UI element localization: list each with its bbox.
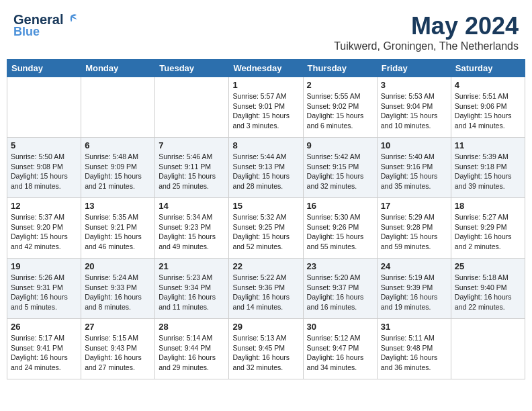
- day-cell-8: 8Sunrise: 5:44 AM Sunset: 9:13 PM Daylig…: [229, 138, 303, 198]
- day-cell-16: 16Sunrise: 5:30 AM Sunset: 9:26 PM Dayli…: [303, 198, 377, 259]
- day-number: 28: [159, 322, 225, 332]
- day-info: Sunrise: 5:23 AM Sunset: 9:34 PM Dayligh…: [159, 273, 216, 311]
- day-info: Sunrise: 5:24 AM Sunset: 9:33 PM Dayligh…: [85, 273, 142, 311]
- day-cell-14: 14Sunrise: 5:34 AM Sunset: 9:23 PM Dayli…: [155, 198, 229, 259]
- col-header-saturday: Saturday: [451, 60, 525, 77]
- day-info: Sunrise: 5:35 AM Sunset: 9:21 PM Dayligh…: [85, 213, 142, 250]
- day-cell-17: 17Sunrise: 5:29 AM Sunset: 9:28 PM Dayli…: [377, 198, 451, 259]
- day-number: 25: [455, 261, 521, 271]
- day-number: 22: [232, 261, 299, 271]
- month-title: May 2024: [334, 12, 519, 40]
- day-cell-27: 27Sunrise: 5:15 AM Sunset: 9:43 PM Dayli…: [81, 319, 155, 379]
- day-number: 10: [381, 140, 447, 150]
- page-header: General Blue May 2024 Tuikwerd, Groninge…: [7, 7, 525, 55]
- day-cell-25: 25Sunrise: 5:18 AM Sunset: 9:40 PM Dayli…: [451, 259, 525, 319]
- col-header-monday: Monday: [81, 60, 155, 77]
- day-cell-7: 7Sunrise: 5:46 AM Sunset: 9:11 PM Daylig…: [155, 138, 229, 198]
- day-number: 16: [307, 201, 373, 211]
- day-info: Sunrise: 5:26 AM Sunset: 9:31 PM Dayligh…: [11, 273, 68, 311]
- day-info: Sunrise: 5:12 AM Sunset: 9:47 PM Dayligh…: [307, 334, 364, 371]
- logo: General Blue: [13, 12, 79, 39]
- day-number: 1: [232, 80, 299, 90]
- day-info: Sunrise: 5:39 AM Sunset: 9:18 PM Dayligh…: [455, 152, 512, 190]
- day-number: 17: [381, 201, 447, 211]
- day-number: 20: [85, 261, 151, 271]
- col-header-tuesday: Tuesday: [155, 60, 229, 77]
- col-header-wednesday: Wednesday: [229, 60, 303, 77]
- col-header-thursday: Thursday: [303, 60, 377, 77]
- day-number: 23: [307, 261, 373, 271]
- day-cell-23: 23Sunrise: 5:20 AM Sunset: 9:37 PM Dayli…: [303, 259, 377, 319]
- day-info: Sunrise: 5:51 AM Sunset: 9:06 PM Dayligh…: [455, 92, 512, 130]
- day-info: Sunrise: 5:57 AM Sunset: 9:01 PM Dayligh…: [232, 92, 290, 130]
- day-number: 8: [232, 140, 299, 150]
- day-info: Sunrise: 5:40 AM Sunset: 9:16 PM Dayligh…: [381, 152, 438, 190]
- day-number: 4: [455, 80, 521, 90]
- day-number: 11: [455, 140, 521, 150]
- day-number: 13: [85, 201, 151, 211]
- day-cell-30: 30Sunrise: 5:12 AM Sunset: 9:47 PM Dayli…: [303, 319, 377, 379]
- day-info: Sunrise: 5:32 AM Sunset: 9:25 PM Dayligh…: [232, 213, 290, 250]
- day-info: Sunrise: 5:46 AM Sunset: 9:11 PM Dayligh…: [159, 152, 216, 190]
- empty-cell: [81, 77, 155, 138]
- day-cell-22: 22Sunrise: 5:22 AM Sunset: 9:36 PM Dayli…: [229, 259, 303, 319]
- empty-cell: [7, 77, 81, 138]
- day-cell-20: 20Sunrise: 5:24 AM Sunset: 9:33 PM Dayli…: [81, 259, 155, 319]
- day-number: 31: [381, 322, 447, 332]
- day-cell-15: 15Sunrise: 5:32 AM Sunset: 9:25 PM Dayli…: [229, 198, 303, 259]
- day-number: 7: [159, 140, 225, 150]
- logo-bird-icon: [64, 13, 79, 28]
- day-info: Sunrise: 5:37 AM Sunset: 9:20 PM Dayligh…: [11, 213, 68, 250]
- week-row-2: 5Sunrise: 5:50 AM Sunset: 9:08 PM Daylig…: [7, 138, 525, 198]
- day-cell-19: 19Sunrise: 5:26 AM Sunset: 9:31 PM Dayli…: [7, 259, 81, 319]
- day-cell-4: 4Sunrise: 5:51 AM Sunset: 9:06 PM Daylig…: [451, 77, 525, 138]
- empty-cell: [155, 77, 229, 138]
- day-info: Sunrise: 5:17 AM Sunset: 9:41 PM Dayligh…: [11, 334, 68, 371]
- week-row-4: 19Sunrise: 5:26 AM Sunset: 9:31 PM Dayli…: [7, 259, 525, 319]
- col-header-friday: Friday: [377, 60, 451, 77]
- day-info: Sunrise: 5:50 AM Sunset: 9:08 PM Dayligh…: [11, 152, 68, 190]
- day-number: 18: [455, 201, 521, 211]
- day-cell-9: 9Sunrise: 5:42 AM Sunset: 9:15 PM Daylig…: [303, 138, 377, 198]
- day-number: 3: [381, 80, 447, 90]
- day-info: Sunrise: 5:18 AM Sunset: 9:40 PM Dayligh…: [455, 273, 512, 311]
- col-header-sunday: Sunday: [7, 60, 81, 77]
- day-info: Sunrise: 5:55 AM Sunset: 9:02 PM Dayligh…: [307, 92, 364, 130]
- day-cell-6: 6Sunrise: 5:48 AM Sunset: 9:09 PM Daylig…: [81, 138, 155, 198]
- day-info: Sunrise: 5:13 AM Sunset: 9:45 PM Dayligh…: [232, 334, 290, 371]
- header-row: SundayMondayTuesdayWednesdayThursdayFrid…: [7, 60, 525, 77]
- day-number: 2: [307, 80, 373, 90]
- day-number: 24: [381, 261, 447, 271]
- title-block: May 2024 Tuikwerd, Groningen, The Nether…: [334, 12, 519, 52]
- day-cell-1: 1Sunrise: 5:57 AM Sunset: 9:01 PM Daylig…: [229, 77, 303, 138]
- logo-blue: Blue: [13, 25, 40, 39]
- calendar-table: SundayMondayTuesdayWednesdayThursdayFrid…: [7, 59, 525, 379]
- day-info: Sunrise: 5:20 AM Sunset: 9:37 PM Dayligh…: [307, 273, 364, 311]
- day-cell-13: 13Sunrise: 5:35 AM Sunset: 9:21 PM Dayli…: [81, 198, 155, 259]
- day-cell-28: 28Sunrise: 5:14 AM Sunset: 9:44 PM Dayli…: [155, 319, 229, 379]
- day-number: 5: [11, 140, 77, 150]
- day-cell-10: 10Sunrise: 5:40 AM Sunset: 9:16 PM Dayli…: [377, 138, 451, 198]
- day-cell-31: 31Sunrise: 5:11 AM Sunset: 9:48 PM Dayli…: [377, 319, 451, 379]
- day-info: Sunrise: 5:14 AM Sunset: 9:44 PM Dayligh…: [159, 334, 216, 371]
- day-cell-24: 24Sunrise: 5:19 AM Sunset: 9:39 PM Dayli…: [377, 259, 451, 319]
- day-number: 21: [159, 261, 225, 271]
- day-number: 30: [307, 322, 373, 332]
- day-number: 6: [85, 140, 151, 150]
- day-cell-18: 18Sunrise: 5:27 AM Sunset: 9:29 PM Dayli…: [451, 198, 525, 259]
- day-number: 26: [11, 322, 77, 332]
- day-number: 15: [232, 201, 299, 211]
- day-info: Sunrise: 5:44 AM Sunset: 9:13 PM Dayligh…: [232, 152, 290, 190]
- day-info: Sunrise: 5:34 AM Sunset: 9:23 PM Dayligh…: [159, 213, 216, 250]
- day-cell-2: 2Sunrise: 5:55 AM Sunset: 9:02 PM Daylig…: [303, 77, 377, 138]
- location-title: Tuikwerd, Groningen, The Netherlands: [334, 40, 519, 52]
- day-cell-3: 3Sunrise: 5:53 AM Sunset: 9:04 PM Daylig…: [377, 77, 451, 138]
- day-number: 14: [159, 201, 225, 211]
- day-info: Sunrise: 5:22 AM Sunset: 9:36 PM Dayligh…: [232, 273, 290, 311]
- day-info: Sunrise: 5:53 AM Sunset: 9:04 PM Dayligh…: [381, 92, 438, 130]
- day-cell-21: 21Sunrise: 5:23 AM Sunset: 9:34 PM Dayli…: [155, 259, 229, 319]
- day-number: 29: [232, 322, 299, 332]
- day-cell-5: 5Sunrise: 5:50 AM Sunset: 9:08 PM Daylig…: [7, 138, 81, 198]
- day-cell-29: 29Sunrise: 5:13 AM Sunset: 9:45 PM Dayli…: [229, 319, 303, 379]
- day-info: Sunrise: 5:42 AM Sunset: 9:15 PM Dayligh…: [307, 152, 364, 190]
